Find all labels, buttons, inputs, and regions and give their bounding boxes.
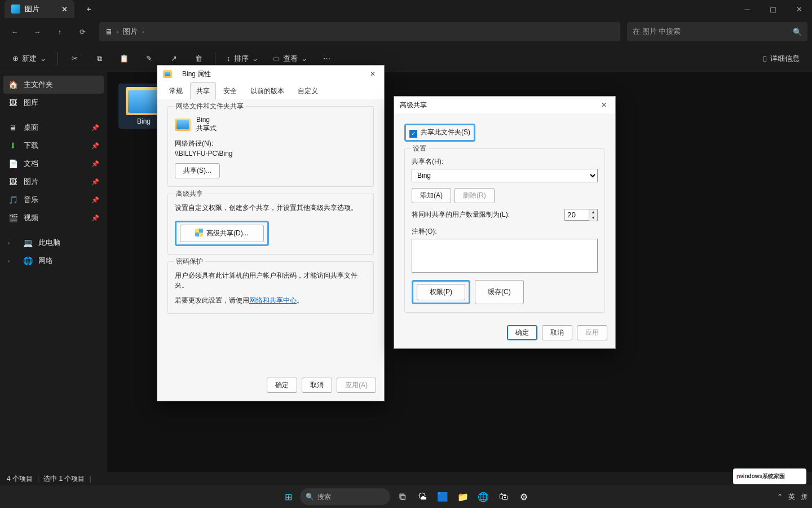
tab-custom[interactable]: 自定义: [292, 82, 324, 99]
comment-label: 注释(O):: [412, 227, 598, 237]
user-limit-spinner[interactable]: ▲▼: [564, 209, 598, 221]
cancel-button[interactable]: 取消: [302, 378, 332, 393]
back-button[interactable]: ←: [5, 21, 25, 42]
new-button[interactable]: ⊕ 新建 ⌄: [7, 49, 52, 68]
pw-desc1: 用户必须具有此计算机的用户帐户和密码，才能访问共享文件夹。: [175, 271, 367, 290]
network-center-link[interactable]: 网络和共享中心: [249, 296, 297, 304]
group-advanced-share: 高级共享 设置自定义权限，创建多个共享，并设置其他高级共享选项。 高级共享(D)…: [167, 194, 374, 255]
close-button[interactable]: ✕: [786, 0, 812, 18]
store-button[interactable]: 🛍: [495, 488, 512, 505]
minimize-button[interactable]: ─: [734, 0, 760, 18]
chevron-right-icon[interactable]: ›: [8, 258, 17, 264]
sidebar-item-desktop[interactable]: 🖥桌面📌: [3, 119, 104, 137]
search-box[interactable]: 在 图片 中搜索 🔍: [627, 22, 807, 41]
permissions-button[interactable]: 权限(P): [417, 284, 465, 300]
pictures-icon: 🖼: [8, 177, 18, 187]
sidebar-item-videos[interactable]: 🎬视频📌: [3, 209, 104, 227]
sidebar-item-label: 文档: [24, 159, 38, 169]
refresh-button[interactable]: ⟳: [72, 21, 92, 42]
sidebar-item-label: 下载: [24, 141, 38, 151]
checkbox-icon[interactable]: ✓: [409, 130, 417, 138]
adv-btn-label: 高级共享(D)...: [206, 229, 249, 237]
pin-icon: 📌: [91, 178, 99, 186]
add-button[interactable]: 添加(A): [412, 188, 451, 203]
sidebar-item-pictures[interactable]: 🖼图片📌: [3, 173, 104, 191]
dialog-titlebar[interactable]: Bing 属性 ✕: [157, 65, 384, 82]
sidebar-item-downloads[interactable]: ⬇下载📌: [3, 137, 104, 155]
cancel-button[interactable]: 取消: [542, 325, 572, 340]
separator: [58, 52, 58, 65]
desktop-icon: 🖥: [8, 122, 18, 133]
copy-button[interactable]: ⧉: [89, 49, 110, 68]
sidebar-item-network[interactable]: ›🌐网络: [3, 252, 104, 270]
watermark: rwindows系统家园: [733, 468, 806, 484]
settings-button[interactable]: ⚙: [515, 488, 532, 505]
cache-button[interactable]: 缓存(C): [475, 280, 524, 304]
sort-label: 排序: [234, 54, 249, 64]
chevron-right-icon: ›: [117, 29, 118, 35]
network-icon: 🌐: [23, 256, 33, 266]
close-icon[interactable]: ✕: [367, 68, 378, 80]
ok-button[interactable]: 确定: [267, 378, 297, 393]
separator: |: [89, 475, 91, 483]
details-pane-button[interactable]: ▯ 详细信息: [757, 49, 805, 68]
pin-icon: 📌: [91, 124, 99, 132]
taskbar-search[interactable]: 🔍搜索: [300, 488, 390, 505]
panel-icon: ▯: [763, 54, 767, 63]
start-button[interactable]: ⊞: [280, 488, 297, 505]
taskbar-app[interactable]: 🟦: [434, 488, 451, 505]
close-icon[interactable]: ✕: [598, 99, 610, 111]
ime-mode[interactable]: 拼: [801, 492, 807, 502]
tab-share[interactable]: 共享: [190, 82, 216, 99]
tab-security[interactable]: 安全: [217, 82, 243, 99]
sidebar-item-label: 网络: [38, 256, 53, 266]
status-selected: 选中 1 个项目: [43, 474, 85, 484]
netpath-label: 网络路径(N):: [175, 139, 367, 148]
widgets-button[interactable]: 🌤: [414, 488, 431, 505]
taskbar-search-label: 搜索: [317, 492, 331, 502]
tab-pictures[interactable]: 图片 ✕: [5, 0, 74, 18]
dialog-titlebar[interactable]: 高级共享 ✕: [394, 97, 615, 113]
spin-up-icon[interactable]: ▲: [589, 209, 597, 215]
adv-desc: 设置自定义权限，创建多个共享，并设置其他高级共享选项。: [175, 203, 367, 213]
folder-name: Bing: [196, 116, 217, 124]
taskview-button[interactable]: ⧉: [394, 488, 411, 505]
sidebar-item-music[interactable]: 🎵音乐📌: [3, 191, 104, 209]
tray-chevron-icon[interactable]: ⌃: [777, 493, 783, 501]
sidebar-item-home[interactable]: 🏠主文件夹: [3, 76, 104, 94]
share-status: 共享式: [196, 124, 217, 133]
sidebar-item-thispc[interactable]: ›💻此电脑: [3, 234, 104, 252]
spin-down-icon[interactable]: ▼: [589, 215, 597, 221]
file-explorer-button[interactable]: 📁: [454, 488, 471, 505]
share-chk-label: 共享此文件夹(S): [421, 128, 470, 136]
tab-previous[interactable]: 以前的版本: [244, 82, 290, 99]
forward-button[interactable]: →: [27, 21, 47, 42]
breadcrumb-pictures[interactable]: 图片: [123, 27, 138, 37]
user-limit-input[interactable]: [564, 209, 589, 221]
sidebar-item-label: 音乐: [24, 195, 38, 205]
share-folder-checkbox[interactable]: ✓共享此文件夹(S): [409, 128, 470, 136]
maximize-button[interactable]: ▢: [760, 0, 786, 18]
share-button[interactable]: 共享(S)...: [175, 163, 220, 178]
tab-general[interactable]: 常规: [163, 82, 189, 99]
folder-icon: [175, 119, 191, 131]
new-tab-button[interactable]: ＋: [80, 1, 97, 17]
chevron-right-icon[interactable]: ›: [8, 240, 17, 246]
ok-button[interactable]: 确定: [507, 325, 537, 340]
system-tray: ⌃ 英 拼: [777, 492, 807, 502]
comment-textarea[interactable]: [412, 239, 598, 273]
ime-indicator[interactable]: 英: [788, 492, 795, 502]
sidebar-item-label: 图库: [24, 98, 38, 108]
advanced-share-button[interactable]: 高级共享(D)...: [180, 225, 264, 242]
tab-close-icon[interactable]: ✕: [61, 6, 68, 12]
sharename-select[interactable]: Bing: [412, 169, 598, 182]
cut-button[interactable]: ✂: [64, 49, 85, 68]
sidebar-item-documents[interactable]: 📄文档📌: [3, 155, 104, 173]
clipboard-icon: 📋: [120, 54, 129, 63]
edge-button[interactable]: 🌐: [475, 488, 492, 505]
sidebar-item-gallery[interactable]: 🖼图库: [3, 94, 104, 112]
up-button[interactable]: ↑: [50, 21, 70, 42]
separator: [215, 52, 215, 65]
pin-icon: 📌: [91, 214, 99, 222]
address-bar[interactable]: 🖥 › 图片 ›: [99, 22, 620, 41]
